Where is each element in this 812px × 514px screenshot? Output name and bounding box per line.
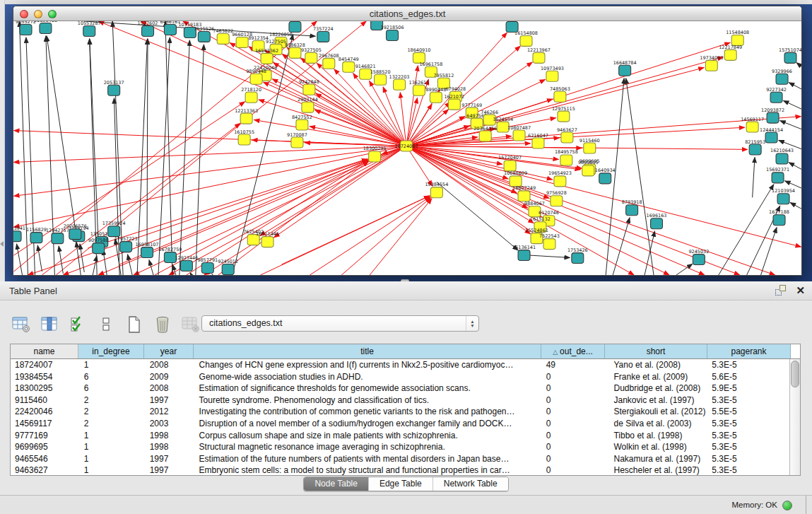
graph-node[interactable]: 9115460 (579, 138, 600, 153)
table-cell[interactable]: 14569117 (11, 418, 78, 430)
column-header-pagerank[interactable]: pagerank (707, 344, 791, 358)
table-cell[interactable]: 0 (541, 453, 604, 465)
table-cell[interactable]: Investigating the contribution of common… (194, 406, 541, 418)
graph-node[interactable]: 15692371 (766, 167, 789, 182)
vertical-scrollbar[interactable] (789, 359, 800, 475)
table-cell[interactable]: Estimation of significance thresholds fo… (194, 382, 541, 395)
graph-node[interactable]: 8215953 (745, 139, 765, 155)
table-cell[interactable]: 0 (541, 465, 604, 475)
tab-network-table[interactable]: Network Table (433, 477, 508, 491)
table-row[interactable]: 946362711997Embryonic stem cells: a mode… (11, 465, 789, 475)
table-cell[interactable]: 5.3E-5 (706, 441, 789, 453)
table-cell[interactable]: Disruption of a novel member of a sodium… (194, 418, 541, 430)
table-cell[interactable]: 5.3E-5 (706, 430, 789, 442)
minimize-window-button[interactable] (34, 10, 42, 18)
graph-node[interactable]: 12942757 (46, 228, 69, 243)
graph-node[interactable]: 9463627 (557, 127, 577, 143)
table-cell[interactable]: Changes of HCN gene expression and I(f) … (194, 359, 541, 371)
graph-node[interactable]: 20691406 (34, 21, 57, 33)
table-cell[interactable]: 0 (541, 441, 604, 453)
table-row[interactable]: 969969511998Structural magnetic resonanc… (11, 441, 789, 453)
graph-node[interactable]: 9242848 (299, 79, 319, 95)
table-cell[interactable]: Tourette syndrome. Phenomenology and cla… (194, 395, 541, 407)
graph-node[interactable]: 1753426 (567, 247, 588, 263)
graph-node[interactable]: 8427552 (292, 115, 312, 130)
table-cell[interactable]: 1997 (144, 395, 194, 407)
table-cell[interactable]: 19384554 (11, 371, 78, 383)
graph-node[interactable]: 2903144 (298, 97, 318, 112)
table-cell[interactable]: Corpus callosum shape and size in male p… (194, 430, 541, 442)
graph-node[interactable]: 1322203 (389, 74, 410, 90)
table-cell[interactable]: 6 (78, 371, 144, 383)
table-cell[interactable]: 2012 (144, 406, 194, 418)
table-cell[interactable]: Estimation of the future numbers of pati… (194, 453, 541, 465)
table-cell[interactable]: 0 (541, 418, 604, 430)
table-cell[interactable]: 18724007 (11, 359, 78, 371)
table-cell[interactable]: 0 (541, 395, 604, 407)
table-cell[interactable]: Embryonic stem cells: a model to study s… (194, 465, 541, 475)
network-view-window[interactable]: citations_edges.txt 18724007746382296601… (13, 6, 802, 276)
table-cell[interactable]: 9463627 (11, 465, 78, 475)
graph-node[interactable]: 9227342 (766, 87, 787, 103)
zoom-window-button[interactable] (48, 10, 57, 18)
graph-node[interactable]: 8793918 (622, 199, 642, 215)
graph-node[interactable]: 9756928 (546, 190, 567, 206)
table-cell[interactable]: 18300295 (11, 382, 78, 395)
network-canvas[interactable]: 1872400774638229660128891235418226058912… (13, 21, 801, 275)
table-cell[interactable]: 9777169 (11, 430, 78, 442)
graph-node[interactable]: 9055272 (16, 21, 36, 35)
table-row[interactable]: 1830029562008Estimation of significance … (11, 382, 789, 395)
tab-node-table[interactable]: Node Table (304, 477, 368, 491)
table-cell[interactable]: 49 (541, 359, 604, 371)
graph-node[interactable]: 15136141 (512, 245, 536, 260)
graph-node[interactable]: 9329966 (772, 69, 792, 84)
network-canvas-container[interactable]: 1872400774638229660128891235418226058912… (13, 21, 801, 275)
table-cell[interactable]: Tibbo et al. (1998) (604, 430, 706, 442)
column-header-short[interactable]: short (605, 344, 707, 358)
table-cell[interactable]: Stergiakouli et al. (2012) (604, 406, 706, 418)
float-panel-icon[interactable] (775, 285, 786, 296)
table-cell[interactable]: 5.9E-5 (706, 382, 789, 395)
graph-node[interactable]: 12213363 (235, 108, 258, 124)
graph-node[interactable]: 9245032 (688, 249, 709, 264)
graph-node[interactable]: 6466161 (160, 21, 181, 35)
table-cell[interactable]: Genome-wide association studies in ADHD. (194, 371, 541, 383)
rows-icon[interactable] (96, 315, 116, 334)
table-cell[interactable]: Yano et al. (2008) (604, 359, 706, 371)
table-row[interactable]: 1456911722003Disruption of a novel membe… (11, 418, 789, 430)
table-cell[interactable]: 2003 (144, 418, 194, 430)
graph-node[interactable]: 2967608 (319, 53, 339, 69)
table-cell[interactable]: 1 (78, 430, 144, 442)
table-cell[interactable]: 2008 (144, 359, 194, 371)
table-row[interactable]: 1872400712008Changes of HCN gene express… (11, 359, 789, 371)
table-row[interactable]: 2242004622012Investigating the contribut… (11, 406, 789, 418)
graph-node[interactable]: 2053137 (104, 80, 124, 95)
table-cell[interactable]: 5.3E-5 (706, 395, 789, 407)
graph-node[interactable]: 15720407 (498, 155, 522, 170)
graph-node[interactable]: 19384554 (425, 182, 448, 197)
table-cell[interactable]: 0 (541, 406, 604, 418)
graph-node[interactable]: 12975115 (552, 106, 575, 122)
close-panel-icon[interactable]: ✕ (796, 285, 805, 296)
table-cell[interactable]: 22420046 (11, 406, 78, 418)
table-cell[interactable]: 2 (78, 418, 144, 430)
graph-node[interactable]: 7463822 (213, 28, 233, 44)
table-cell[interactable]: Jankovic et al. (1997) (604, 395, 706, 407)
table-cell[interactable]: 1 (78, 359, 144, 371)
table-cell[interactable]: 9115460 (11, 395, 78, 407)
graph-node[interactable]: 9857791 (197, 257, 218, 273)
scrollbar-thumb[interactable] (791, 361, 799, 387)
table-cell[interactable]: 5.6E-5 (706, 371, 789, 383)
table-cell[interactable]: 1 (78, 465, 144, 475)
window-titlebar[interactable]: citations_edges.txt (13, 6, 801, 21)
tab-edge-table[interactable]: Edge Table (368, 477, 433, 491)
column-header-name[interactable]: name (11, 344, 78, 358)
select-column-icon[interactable] (40, 315, 59, 334)
table-cell[interactable]: 5.3E-5 (706, 453, 789, 465)
table-row[interactable]: 1938455462009Genome-wide association stu… (11, 371, 789, 383)
graph-node[interactable]: 2718120 (241, 87, 261, 103)
table-cell[interactable]: 9465546 (11, 453, 78, 465)
table-cell[interactable]: 2 (78, 395, 144, 407)
graph-node[interactable]: 1527602 (138, 21, 158, 36)
column-header-out_de[interactable]: △out_de... (541, 344, 605, 358)
